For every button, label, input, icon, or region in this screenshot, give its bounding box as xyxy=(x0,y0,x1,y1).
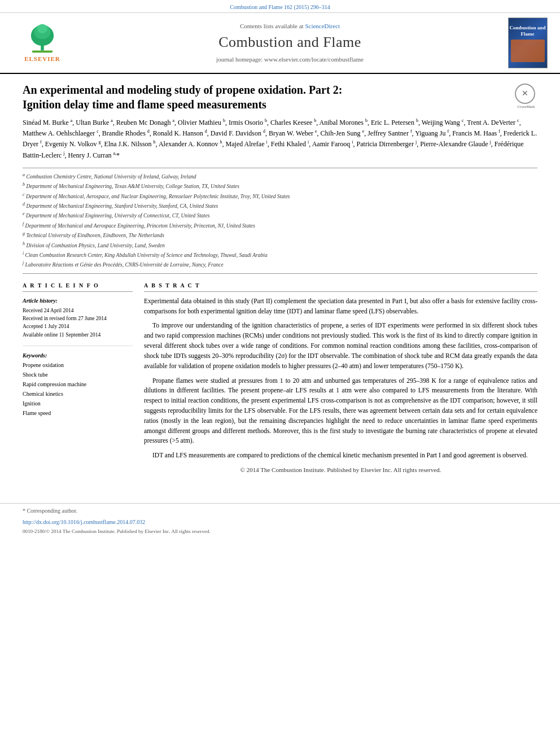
affiliation-c: c Department of Mechanical, Aerospace, a… xyxy=(23,191,537,200)
abstract-text: Experimental data obtained in this study… xyxy=(144,296,537,475)
revised-date: Received in revised form 27 June 2014 xyxy=(23,314,133,322)
issn-text: 0010-2180/© 2014 The Combustion Institut… xyxy=(23,528,537,535)
info-divider xyxy=(23,346,133,346)
keywords-section: Keywords: Propene oxidation Shock tube R… xyxy=(23,351,133,418)
affiliation-b: b Department of Mechanical Engineering, … xyxy=(23,181,537,190)
two-col-layout: A R T I C L E I N F O Article history: R… xyxy=(23,282,537,475)
journal-title: Combustion and Flame xyxy=(73,32,506,53)
elsevier-logo: ELSEVIER xyxy=(11,23,73,63)
affiliation-g: g Technical University of Eindhoven, Ein… xyxy=(23,230,537,239)
keywords-label: Keywords: xyxy=(23,352,47,359)
doi-link[interactable]: http://dx.doi.org/10.1016/j.combustflame… xyxy=(23,518,537,526)
abstract-column: A B S T R A C T Experimental data obtain… xyxy=(144,282,537,475)
abstract-p3: Propane flames were studied at pressures… xyxy=(144,376,537,447)
affiliation-h: h Division of Combustion Physics, Lund U… xyxy=(23,241,537,250)
journal-reference: Combustion and Flame 162 (2015) 296–314 xyxy=(0,0,560,12)
footer-area: * Corresponding author. http://dx.doi.or… xyxy=(0,503,560,535)
contents-line: Contents lists available at ScienceDirec… xyxy=(73,22,506,30)
article-title: An experimental and modeling study of pr… xyxy=(23,82,537,112)
keyword-4: Chemical kinetics xyxy=(23,389,133,399)
affiliation-d: d Department of Mechanical Engineering, … xyxy=(23,201,537,210)
svg-point-3 xyxy=(37,24,47,34)
history-label: Article history: xyxy=(23,296,133,305)
cover-flame-image xyxy=(511,40,545,62)
doi-anchor[interactable]: http://dx.doi.org/10.1016/j.combustflame… xyxy=(23,519,145,525)
affiliation-j: j Laboratoire Réactions et Génie des Pro… xyxy=(23,260,537,269)
affiliation-i: i Clean Combustion Research Center, King… xyxy=(23,250,537,259)
keyword-2: Shock tube xyxy=(23,370,133,379)
available-date: Available online 11 September 2014 xyxy=(23,331,133,339)
page-wrapper: Combustion and Flame 162 (2015) 296–314 … xyxy=(0,0,560,747)
journal-cover: Combustion and Flame xyxy=(506,18,549,68)
copyright-text: © 2014 The Combustion Institute. Publish… xyxy=(144,465,537,475)
authors-list: Sinéad M. Burke a, Ultan Burke a, Reuben… xyxy=(23,117,537,161)
article-info-heading: A R T I C L E I N F O xyxy=(23,282,133,292)
article-info-column: A R T I C L E I N F O Article history: R… xyxy=(23,282,133,475)
abstract-heading: A B S T R A C T xyxy=(144,282,537,292)
elsevier-tree-icon xyxy=(20,23,65,54)
keyword-3: Rapid compression machine xyxy=(23,379,133,389)
crossmark-badge[interactable]: ✕ CrossMark xyxy=(515,84,537,106)
crossmark-label: CrossMark xyxy=(515,104,537,110)
sciencedirect-link[interactable]: ScienceDirect xyxy=(305,23,340,29)
homepage-line: journal homepage: www.elsevier.com/locat… xyxy=(73,55,506,64)
cover-title-text: Combustion and Flame xyxy=(509,24,547,38)
accepted-date: Accepted 1 July 2014 xyxy=(23,322,133,330)
cover-thumbnail: Combustion and Flame xyxy=(508,18,548,68)
article-content: ✕ CrossMark An experimental and modeling… xyxy=(0,74,560,486)
abstract-p1: Experimental data obtained in this study… xyxy=(144,296,537,317)
affiliation-a: a Combustion Chemistry Centre, National … xyxy=(23,172,537,181)
article-history: Article history: Received 24 April 2014 … xyxy=(23,296,133,339)
received-date: Received 24 April 2014 xyxy=(23,307,133,314)
journal-header: ELSEVIER Contents lists available at Sci… xyxy=(0,12,560,74)
keyword-5: Ignition xyxy=(23,399,133,408)
corresponding-note: * Corresponding author. xyxy=(23,507,537,515)
affiliation-f: f Department of Mechanical and Aerospace… xyxy=(23,221,537,230)
abstract-p4: IDT and LFS measurements are compared to… xyxy=(144,451,537,461)
abstract-p2: To improve our understanding of the igni… xyxy=(144,321,537,371)
keyword-1: Propene oxidation xyxy=(23,360,133,370)
svg-rect-4 xyxy=(32,50,53,53)
crossmark-icon[interactable]: ✕ xyxy=(515,84,535,104)
journal-ref-text: Combustion and Flame 162 (2015) 296–314 xyxy=(230,4,330,10)
journal-center: Contents lists available at ScienceDirec… xyxy=(73,22,506,64)
keyword-6: Flame speed xyxy=(23,408,133,418)
elsevier-name: ELSEVIER xyxy=(24,55,60,63)
affiliations-section: a Combustion Chemistry Centre, National … xyxy=(23,168,537,274)
affiliation-e: e Department of Mechanical Engineering, … xyxy=(23,211,537,220)
